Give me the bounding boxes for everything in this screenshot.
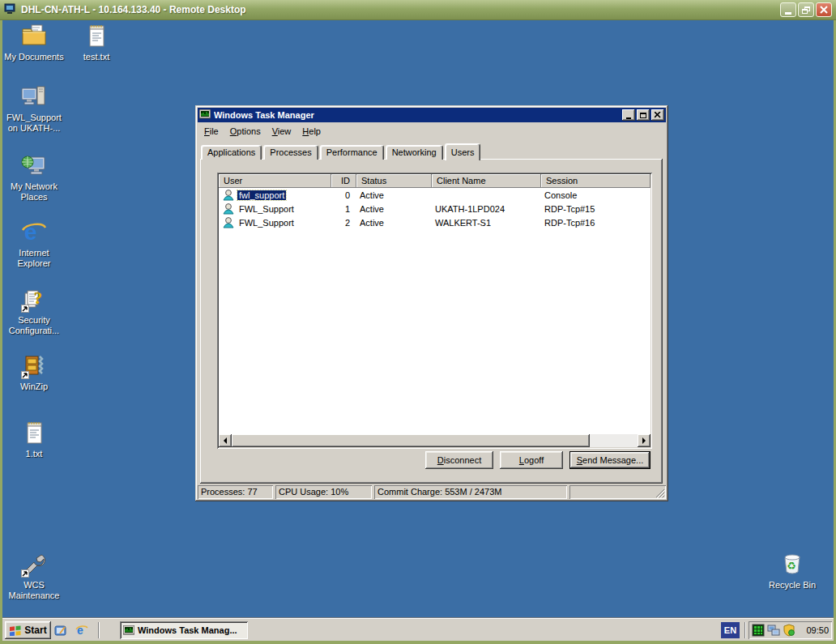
user-icon (222, 189, 235, 202)
network-places-icon (20, 152, 48, 180)
tray-clock[interactable]: 09:50 (806, 625, 829, 635)
column-header-user[interactable]: User (219, 174, 331, 188)
desktop-icon-label: My Network Places (11, 181, 58, 203)
users-tab-page: User ID Status Client Name Session fwl_s… (200, 159, 663, 484)
desktop-icon-label: Security Configurati... (9, 315, 59, 336)
notepad-file-icon (20, 420, 48, 447)
menu-file[interactable]: File (198, 125, 224, 138)
cpu-meter-tray-icon[interactable] (752, 624, 765, 637)
horizontal-scrollbar[interactable] (219, 434, 650, 447)
user-id: 0 (331, 190, 356, 200)
table-row[interactable]: FWL_Support 1 Active UKATH-1LPD024 RDP-T… (219, 202, 650, 215)
desktop-icon-internet-explorer[interactable]: e Internet Explorer (3, 219, 65, 269)
desktop-icon-label: WinZip (20, 382, 48, 392)
taskbar-divider (98, 622, 100, 638)
column-header-id[interactable]: ID (331, 174, 356, 188)
arrow-right-icon (642, 437, 649, 444)
rdp-close-button[interactable] (816, 2, 832, 17)
rdp-minimize-button[interactable] (780, 2, 796, 17)
tab-strip: Applications Processes Performance Netwo… (201, 143, 482, 160)
user-client-name: WALKERT-S1 (432, 218, 541, 228)
show-desktop-icon (54, 625, 67, 637)
quicklaunch-internet-explorer[interactable]: e (75, 623, 89, 638)
close-icon (820, 6, 828, 14)
start-button[interactable]: Start (5, 621, 51, 639)
shortcut-arrow-icon (21, 305, 29, 313)
user-client-name: UKATH-1LPD024 (432, 204, 541, 214)
rdp-restore-button[interactable] (798, 2, 814, 17)
desktop-icon-my-documents[interactable]: My Documents (3, 23, 65, 62)
desktop-icon-fwl-support-rdp[interactable]: FWL_Support on UKATH-... (3, 83, 65, 134)
arrow-left-icon (220, 437, 227, 444)
user-session: RDP-Tcp#16 (541, 218, 650, 228)
status-commit-charge: Commit Charge: 553M / 2473M (374, 485, 567, 499)
maximize-button[interactable] (637, 109, 650, 121)
window-title: Windows Task Manager (214, 110, 621, 120)
maximize-icon (640, 113, 646, 118)
desktop-icon-winzip[interactable]: WinZip (3, 352, 65, 392)
tab-applications[interactable]: Applications (201, 145, 262, 160)
disconnect-button[interactable]: Disconnect (425, 451, 493, 469)
tab-networking[interactable]: Networking (386, 145, 443, 160)
rdp-title: DHL-CN-ATH-L - 10.164.133.40 - Remote De… (21, 4, 246, 15)
desktop-icon-wcs-maintenance[interactable]: WCS Maintenance (3, 551, 65, 601)
column-header-session[interactable]: Session (541, 174, 650, 188)
scrollbar-thumb[interactable] (232, 434, 590, 447)
security-config-icon: ? (20, 286, 48, 313)
windows-logo-icon (9, 625, 22, 636)
minimize-icon (785, 12, 791, 15)
user-icon (222, 203, 235, 215)
quicklaunch-show-desktop[interactable] (53, 623, 68, 638)
shortcut-arrow-icon (21, 371, 29, 379)
desktop-icon-label: My Documents (4, 52, 63, 62)
desktop-icon-label: Internet Explorer (18, 248, 51, 269)
status-empty-panel (569, 485, 666, 499)
scroll-left-button[interactable] (219, 434, 232, 447)
desktop-icon-test-txt[interactable]: test.txt (66, 23, 127, 62)
restore-icon (802, 6, 810, 14)
update-shield-tray-icon[interactable] (783, 624, 795, 637)
minimize-button[interactable] (622, 109, 635, 121)
internet-explorer-icon: e (75, 624, 88, 637)
column-header-client-name[interactable]: Client Name (432, 174, 541, 188)
task-manager-icon (123, 625, 134, 636)
network-connection-tray-icon[interactable] (767, 624, 780, 637)
desktop-icon-security-configuration[interactable]: ? Security Configurati... (3, 286, 65, 336)
column-header-status[interactable]: Status (356, 174, 432, 188)
desktop-icon-label: test.txt (83, 52, 109, 62)
status-cpu-usage: CPU Usage: 10% (275, 485, 372, 499)
table-row[interactable]: fwl_support 0 Active Console (219, 188, 650, 202)
tab-processes[interactable]: Processes (263, 145, 318, 160)
desktop-icon-my-network-places[interactable]: My Network Places (3, 152, 65, 203)
menu-help[interactable]: Help (296, 125, 326, 138)
system-tray: 09:50 (749, 621, 832, 639)
user-status: Active (356, 204, 432, 214)
folder-documents-icon (20, 23, 48, 50)
remote-computer-icon (20, 83, 48, 111)
tab-users[interactable]: Users (445, 143, 481, 160)
menu-options[interactable]: Options (224, 125, 267, 138)
language-indicator[interactable]: EN (721, 622, 740, 638)
taskbar-button-task-manager[interactable]: Windows Task Manag... (120, 621, 248, 639)
internet-explorer-icon: e (20, 219, 48, 246)
status-bar: Processes: 77 CPU Usage: 10% Commit Char… (198, 484, 666, 499)
rdp-titlebar[interactable]: DHL-CN-ATH-L - 10.164.133.40 - Remote De… (0, 0, 836, 20)
table-row[interactable]: FWL_Support 2 Active WALKERT-S1 RDP-Tcp#… (219, 215, 650, 229)
user-status: Active (356, 218, 432, 228)
task-manager-titlebar[interactable]: Windows Task Manager (198, 108, 666, 122)
user-name: FWL_Support (237, 204, 296, 214)
desktop-icon-label: FWL_Support on UKATH-... (6, 113, 62, 134)
tab-performance[interactable]: Performance (320, 145, 384, 160)
desktop-icon-recycle-bin[interactable]: ♻ Recycle Bin (761, 551, 823, 591)
close-button[interactable] (651, 109, 664, 121)
send-message-button[interactable]: Send Message... (569, 451, 650, 469)
rdp-icon (4, 3, 17, 16)
user-id: 2 (331, 218, 356, 228)
logoff-button[interactable]: Logoff (500, 451, 563, 469)
scroll-right-button[interactable] (638, 434, 650, 447)
task-manager-icon (199, 109, 211, 122)
user-session: RDP-Tcp#15 (541, 204, 650, 214)
resize-grip-icon[interactable] (655, 488, 665, 498)
desktop-icon-1-txt[interactable]: 1.txt (3, 420, 65, 459)
menu-view[interactable]: View (267, 125, 297, 138)
